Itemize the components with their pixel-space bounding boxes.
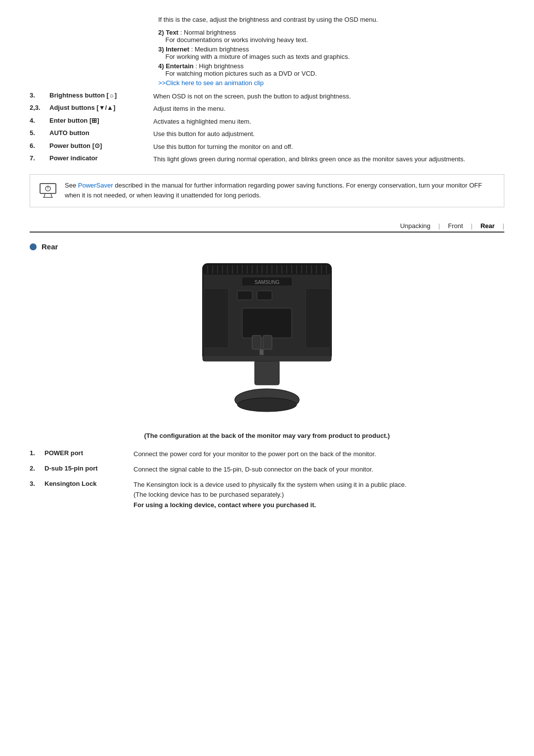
control-row-power-indicator: 7. Power indicator This light glows gree… xyxy=(30,154,504,164)
text-item: 2) Text : Normal brightness For document… xyxy=(158,29,504,44)
port-row-kensington: 3. Kensington Lock The Kensington lock i… xyxy=(30,480,504,511)
ports-list: 1. POWER port Connect the power cord for… xyxy=(30,449,504,511)
svg-rect-40 xyxy=(252,335,261,349)
svg-text:SAMSUNG: SAMSUNG xyxy=(255,280,280,285)
control-row-auto: 5. AUTO button Use this button for auto … xyxy=(30,129,504,139)
monitor-rear-svg: SAMSUNG xyxy=(188,259,346,422)
animation-link[interactable]: >>Click here to see an animation clip xyxy=(158,79,264,87)
rear-section-title: Rear xyxy=(30,242,504,251)
top-description-block: If this is the case, adjust the brightne… xyxy=(158,15,504,25)
internet-item: 3) Internet : Medium brightness For work… xyxy=(158,46,504,60)
powersaver-link[interactable]: PowerSaver xyxy=(78,182,113,189)
port-row-power: 1. POWER port Connect the power cord for… xyxy=(30,449,504,460)
internet-label: 3) Internet xyxy=(158,46,189,53)
svg-rect-41 xyxy=(263,335,272,349)
svg-rect-37 xyxy=(242,308,292,338)
kensington-bold-note: For using a locking device, contact wher… xyxy=(134,501,316,509)
section-bullet-icon xyxy=(30,243,37,250)
svg-rect-35 xyxy=(237,291,252,300)
animation-link-container[interactable]: >>Click here to see an animation clip xyxy=(158,79,504,87)
controls-list: 3. Brightness button [☼] When OSD is not… xyxy=(30,92,504,164)
nav-item-unpacking[interactable]: Unpacking xyxy=(392,222,438,230)
note-text: See PowerSaver described in the manual f… xyxy=(65,181,496,201)
nav-item-front[interactable]: Front xyxy=(440,222,471,230)
svg-point-45 xyxy=(237,398,297,412)
entertain-item: 4) Entertain : High brightness For watch… xyxy=(158,62,504,77)
brightness-items-list: 2) Text : Normal brightness For document… xyxy=(158,29,504,87)
rear-title-text: Rear xyxy=(42,242,58,251)
navigation-bar: Unpacking | Front | Rear | xyxy=(30,222,504,233)
nav-item-rear[interactable]: Rear xyxy=(473,222,503,230)
control-row-power-btn: 6. Power button [⊙] Use this button for … xyxy=(30,142,504,152)
entertain-label: 4) Entertain xyxy=(158,62,194,70)
osd-desc: If this is the case, adjust the brightne… xyxy=(158,16,378,23)
kensington-desc: The Kensington lock is a device used to … xyxy=(134,480,504,511)
monitor-rear-image-container: SAMSUNG xyxy=(30,259,504,422)
svg-line-1 xyxy=(44,193,45,197)
svg-rect-46 xyxy=(203,355,331,361)
note-icon xyxy=(38,181,58,200)
monitor-caption: (The configuration at the back of the mo… xyxy=(30,432,504,439)
port-row-dsub: 2. D-sub 15-pin port Connect the signal … xyxy=(30,465,504,475)
control-row-brightness: 3. Brightness button [☼] When OSD is not… xyxy=(30,92,504,101)
svg-line-2 xyxy=(51,193,52,197)
svg-rect-38 xyxy=(204,288,228,348)
svg-rect-43 xyxy=(255,360,279,385)
note-box: See PowerSaver described in the manual f… xyxy=(30,174,504,208)
svg-rect-39 xyxy=(306,288,330,348)
text-label: 2) Text xyxy=(158,29,178,36)
control-row-adjust: 2,3. Adjust buttons [▼/▲] Adjust items i… xyxy=(30,104,504,114)
control-row-enter: 4. Enter button [⊞] Activates a highligh… xyxy=(30,117,504,127)
svg-rect-36 xyxy=(257,291,272,300)
